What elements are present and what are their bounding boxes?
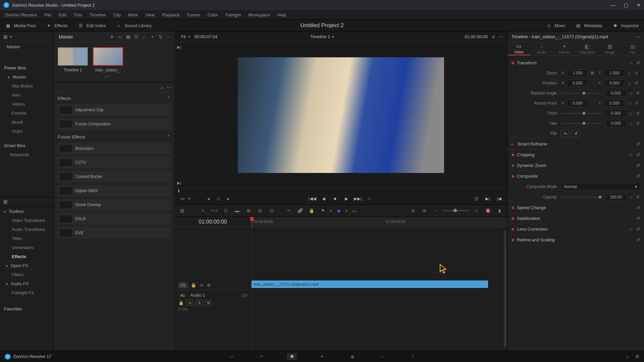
zoom-in-icon[interactable]: ⊕: [420, 206, 429, 215]
pitch-input[interactable]: 0.000: [605, 110, 627, 117]
inspector-toggle[interactable]: ✱ Inspector: [607, 23, 644, 28]
edit-index-toggle[interactable]: ☰ Edit Index: [73, 20, 111, 31]
video-track-badge[interactable]: V1: [178, 283, 187, 288]
fusion-effects-header[interactable]: Fusion Effects⌃: [54, 131, 174, 141]
effect-item[interactable]: DVE: [57, 227, 171, 239]
enable-section-bullet[interactable]: [512, 154, 514, 156]
video-clip[interactable]: train_station_-_11572 (Original)(1).mp4: [252, 281, 488, 288]
zoom-x-input[interactable]: 1.000: [567, 69, 588, 77]
reset-icon[interactable]: ↺: [634, 71, 639, 75]
playhead-handle[interactable]: [250, 217, 254, 221]
effect-item[interactable]: Fusion Composition: [57, 118, 171, 130]
nav-fwd-icon[interactable]: ›: [49, 34, 50, 39]
keyframe-icon[interactable]: ◇: [629, 92, 633, 95]
keyframe-icon[interactable]: ◇: [629, 112, 633, 115]
rotation-slider[interactable]: [561, 93, 601, 94]
bypass-icon[interactable]: ⊘: [492, 34, 495, 39]
match-frame-icon[interactable]: ⊡: [472, 195, 480, 203]
flip-h-button[interactable]: ⇋: [561, 130, 570, 137]
enable-section-bullet[interactable]: [512, 239, 514, 241]
sort-icon[interactable]: ⇅: [158, 35, 163, 39]
chevron-down-icon[interactable]: ▾: [189, 197, 190, 200]
lock-track-icon[interactable]: 🔒: [178, 300, 184, 305]
page-edit-icon[interactable]: ✱: [287, 353, 297, 360]
menu-item[interactable]: Playback: [162, 12, 180, 17]
track-view-icon[interactable]: ▭: [200, 283, 204, 288]
page-media-icon[interactable]: ▭: [226, 353, 236, 360]
toolbox-item[interactable]: Fairlight FX: [0, 288, 53, 297]
inspector-tab-transition[interactable]: ◧Transition: [576, 42, 598, 55]
tree-power-master[interactable]: ▾Master: [0, 72, 53, 81]
zoom-out-icon[interactable]: ⊖: [409, 206, 417, 215]
enable-section-bullet[interactable]: [512, 228, 514, 231]
pos-y-input[interactable]: 0.000: [604, 79, 625, 87]
razor-icon[interactable]: ✂: [284, 206, 293, 215]
close-button[interactable]: ✕: [637, 2, 641, 8]
zoom-fit-dropdown[interactable]: Fit: [178, 34, 189, 40]
tree-bin[interactable]: Intro: [0, 90, 53, 100]
toolbox-item[interactable]: Titles: [0, 234, 53, 243]
mute-button[interactable]: M: [205, 300, 212, 306]
more-options-icon[interactable]: ⋯: [166, 35, 171, 39]
project-settings-icon[interactable]: ⚙: [635, 354, 639, 359]
flip-v-button[interactable]: ⇵: [572, 130, 580, 137]
toolbox-root[interactable]: ▾Toolbox: [0, 207, 53, 216]
viewer-timeline-name[interactable]: Timeline 1▾: [310, 34, 334, 39]
lock-icon[interactable]: 🔒: [307, 206, 316, 215]
yaw-input[interactable]: 0.000: [605, 120, 627, 127]
tree-bin[interactable]: Abo Button: [0, 81, 53, 90]
solo-button[interactable]: S: [196, 300, 203, 306]
menu-item[interactable]: Fairlight: [225, 12, 241, 17]
mute-icon[interactable]: 🔇: [484, 206, 492, 215]
anchor-x-input[interactable]: 0.000: [567, 100, 588, 107]
audio-track-badge[interactable]: A1: [178, 293, 187, 298]
replace-icon[interactable]: ⊡: [267, 206, 276, 215]
viewer-mode-icon[interactable]: ▭: [178, 195, 186, 203]
viewer-timecode-left[interactable]: 00:00:07:04: [194, 34, 217, 39]
chevron-down-icon[interactable]: ▾: [150, 35, 155, 39]
chevron-down-icon[interactable]: ▾: [189, 35, 190, 39]
page-cut-icon[interactable]: ✂: [257, 353, 267, 360]
viewer-timecode-right[interactable]: 01:00:00:00: [465, 34, 488, 39]
effect-item[interactable]: Adjustment Clip: [57, 104, 171, 116]
more-options-icon[interactable]: ⋯: [167, 85, 171, 90]
page-color-icon[interactable]: ◉: [347, 353, 357, 360]
tree-keywords[interactable]: Keywords: [0, 150, 53, 159]
marker-icon[interactable]: ◆: [334, 206, 343, 215]
menu-item[interactable]: Mark: [128, 12, 138, 17]
inspector-tab-file[interactable]: ▤File: [621, 42, 644, 55]
opacity-input[interactable]: 100.00: [605, 193, 627, 201]
menu-item[interactable]: Color: [208, 12, 218, 17]
keyframe-icon[interactable]: ◇: [627, 102, 632, 105]
toolbox-item[interactable]: Filters: [0, 270, 53, 279]
inspector-tab-effects[interactable]: ✦Effects: [553, 42, 576, 55]
track-content[interactable]: train_station_-_11572 (Original)(1).mp4: [252, 227, 507, 351]
reset-icon[interactable]: ↺: [636, 216, 640, 221]
pool-clip-timeline[interactable]: Timeline 1: [58, 47, 88, 77]
insert-icon[interactable]: ⊞: [244, 206, 253, 215]
menu-item[interactable]: Trim: [74, 12, 83, 17]
zoom-slider[interactable]: [443, 210, 470, 211]
zoom-y-input[interactable]: 1.000: [604, 69, 625, 77]
pool-clip-selected[interactable]: train_station_-_…: [93, 47, 123, 77]
arm-record-icon[interactable]: ⊡: [186, 300, 193, 306]
home-icon[interactable]: ⌂: [626, 354, 629, 359]
section-header-retime[interactable]: Retime and Scaling ↺: [507, 235, 644, 245]
keyframe-icon[interactable]: ◇: [629, 122, 633, 125]
timeline-start-tc[interactable]: 01:00:00:00: [174, 217, 252, 227]
more-options-icon[interactable]: ⋯: [636, 34, 640, 39]
menu-item[interactable]: Timeline: [90, 12, 106, 17]
minimize-button[interactable]: —: [611, 2, 615, 8]
keyframe-icon[interactable]: ◇: [630, 61, 632, 65]
toolbox-openfx[interactable]: ▾Open FX: [0, 261, 53, 270]
reset-icon[interactable]: ↺: [635, 121, 640, 126]
sound-library-toggle[interactable]: ♪ Sound Library: [111, 20, 157, 31]
keyframe-icon[interactable]: ◇: [629, 195, 633, 199]
search-icon[interactable]: ⌕: [142, 35, 147, 39]
tree-power-bins[interactable]: Power Bins: [0, 61, 53, 72]
reset-icon[interactable]: ↺: [636, 60, 640, 65]
overwrite-icon[interactable]: ⊟: [256, 206, 264, 215]
enable-section-bullet[interactable]: [512, 164, 514, 167]
reset-icon[interactable]: ↺: [634, 101, 639, 106]
stop-button[interactable]: ■: [331, 195, 339, 203]
